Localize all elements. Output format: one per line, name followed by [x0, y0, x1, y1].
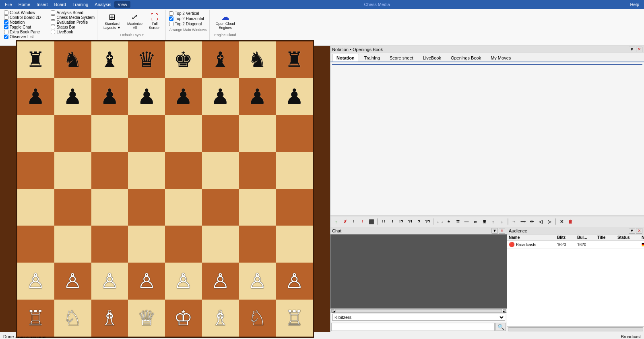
square-c7[interactable]: ♟: [91, 78, 128, 115]
chat-scrollbar[interactable]: [335, 309, 502, 312]
ann-infinity[interactable]: ∞: [471, 218, 479, 226]
square-c5[interactable]: [91, 152, 128, 189]
ann-bad-move[interactable]: ✗: [341, 218, 349, 226]
square-c4[interactable]: [91, 189, 128, 226]
ann-strong[interactable]: !: [359, 218, 367, 226]
ann-trash[interactable]: 🗑: [566, 218, 574, 226]
top2-diagonal-radio[interactable]: Top 2 Diagonal: [169, 22, 204, 26]
ann-edit[interactable]: ✏: [528, 218, 536, 226]
square-d8[interactable]: ♛: [128, 41, 165, 78]
square-f3[interactable]: [202, 226, 239, 263]
square-e2[interactable]: ♙: [165, 263, 202, 300]
square-h6[interactable]: [276, 115, 313, 152]
ann-double-right[interactable]: ⟹: [519, 218, 527, 226]
menu-item-view[interactable]: View: [114, 1, 130, 8]
toggle-chat-checkbox[interactable]: Toggle Chat: [4, 25, 47, 29]
audience-close-button[interactable]: ✕: [636, 228, 642, 234]
ann-minus-plus[interactable]: ∓: [454, 218, 462, 226]
square-d3[interactable]: [128, 226, 165, 263]
clock-window-checkbox[interactable]: Clock Window: [4, 10, 47, 15]
square-a5[interactable]: [17, 152, 54, 189]
square-h7[interactable]: ♟: [276, 78, 313, 115]
square-a7[interactable]: ♟: [17, 78, 54, 115]
standard-layouts-button[interactable]: ⊞ StandardLayouts ▼: [101, 11, 124, 31]
menu-item-analysis[interactable]: Analysis: [91, 1, 114, 8]
top2-horizontal-radio[interactable]: Top 2 Horizontal: [169, 16, 204, 21]
status-bar-checkbox[interactable]: Status Bar: [51, 25, 94, 29]
square-e6[interactable]: [165, 115, 202, 152]
ann-question-exclaim[interactable]: ?!: [406, 218, 414, 226]
square-a6[interactable]: [17, 115, 54, 152]
square-f7[interactable]: ♟: [202, 78, 239, 115]
ann-plus-minus[interactable]: ±: [445, 218, 453, 226]
tab-openings-book[interactable]: Openings Book: [446, 54, 485, 62]
square-c3[interactable]: [91, 226, 128, 263]
audience-row[interactable]: 🔴 Broadcasts 1620 1620 🇩🇪 ChessBa 0 km: [507, 241, 644, 249]
square-h8[interactable]: ♜: [276, 41, 313, 78]
ann-dash[interactable]: —: [462, 218, 471, 226]
square-c8[interactable]: ♝: [91, 41, 128, 78]
ann-next[interactable]: ▷: [545, 218, 553, 226]
square-a8[interactable]: ♜: [17, 41, 54, 78]
chat-scroll-right[interactable]: ▶: [503, 309, 506, 312]
square-g8[interactable]: ♞: [239, 41, 276, 78]
audience-h-scrollbar[interactable]: [508, 327, 643, 331]
square-h5[interactable]: [276, 152, 313, 189]
square-d4[interactable]: [128, 189, 165, 226]
kibitzers-select[interactable]: Kibitzers: [332, 314, 505, 321]
ann-exclaim-question[interactable]: !?: [397, 218, 405, 226]
square-d6[interactable]: [128, 115, 165, 152]
ann-right-arrow[interactable]: →: [510, 218, 518, 226]
square-b8[interactable]: ♞: [54, 41, 91, 78]
square-c1[interactable]: ♗: [91, 300, 128, 337]
chess-board[interactable]: ♜♞♝♛♚♝♞♜♟♟♟♟♟♟♟♟♙♙♙♙♙♙♙♙♖♘♗♕♔♗♘♖: [16, 40, 314, 338]
square-e5[interactable]: [165, 152, 202, 189]
open-cloud-engines-button[interactable]: ☁ Open CloudEngines: [213, 11, 238, 31]
tab-my-moves[interactable]: My Moves: [486, 54, 515, 62]
square-d2[interactable]: ♙: [128, 263, 165, 300]
square-g6[interactable]: [239, 115, 276, 152]
square-d7[interactable]: ♟: [128, 78, 165, 115]
square-b5[interactable]: [54, 152, 91, 189]
square-b7[interactable]: ♟: [54, 78, 91, 115]
square-f8[interactable]: ♝: [202, 41, 239, 78]
menu-item-home[interactable]: Home: [15, 1, 33, 8]
analysis-board-checkbox[interactable]: Analysis Board: [51, 10, 94, 15]
chat-messages[interactable]: [330, 234, 507, 308]
square-g7[interactable]: ♟: [239, 78, 276, 115]
ann-up-arrow[interactable]: ↑: [489, 218, 497, 226]
notation-checkbox[interactable]: Notation: [4, 20, 47, 25]
chat-input[interactable]: [331, 323, 495, 331]
square-a3[interactable]: [17, 226, 54, 263]
square-e4[interactable]: [165, 189, 202, 226]
chat-minimize-button[interactable]: ▼: [491, 228, 498, 234]
ann-down-arrow[interactable]: ↓: [498, 218, 506, 226]
extra-book-pane-checkbox[interactable]: Extra Book Pane: [4, 30, 47, 34]
square-g4[interactable]: [239, 189, 276, 226]
square-b6[interactable]: [54, 115, 91, 152]
square-f1[interactable]: ♗: [202, 300, 239, 337]
full-screen-button[interactable]: ⛶ FullScreen: [146, 11, 163, 31]
square-a1[interactable]: ♖: [17, 300, 54, 337]
tab-training[interactable]: Training: [360, 54, 384, 62]
square-d5[interactable]: [128, 152, 165, 189]
square-g1[interactable]: ♘: [239, 300, 276, 337]
ann-double-question[interactable]: ??: [424, 218, 432, 226]
square-f6[interactable]: [202, 115, 239, 152]
menu-item-training[interactable]: Training: [69, 1, 91, 8]
chess-media-system-checkbox[interactable]: Chess Media System: [51, 15, 94, 20]
ann-exclaim[interactable]: !: [388, 218, 396, 226]
audience-minimize-button[interactable]: ▼: [629, 228, 635, 234]
audience-scrollbar[interactable]: [507, 326, 644, 332]
square-e8[interactable]: ♚: [165, 41, 202, 78]
menu-item-file[interactable]: File: [2, 1, 15, 8]
ann-double-exclaim[interactable]: !!: [380, 218, 388, 226]
square-c6[interactable]: [91, 115, 128, 152]
square-g5[interactable]: [239, 152, 276, 189]
chat-scroll-left[interactable]: ◀: [331, 309, 334, 312]
square-b2[interactable]: ♙: [54, 263, 91, 300]
square-g3[interactable]: [239, 226, 276, 263]
square-f4[interactable]: [202, 189, 239, 226]
square-e3[interactable]: [165, 226, 202, 263]
ann-x[interactable]: ✕: [557, 218, 566, 226]
